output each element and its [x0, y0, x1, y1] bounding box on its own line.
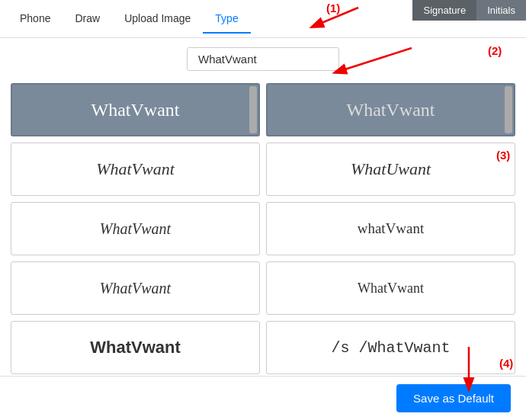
- signature-text-1: WhatVwant: [91, 100, 180, 120]
- signature-button[interactable]: Signature: [412, 0, 476, 21]
- top-right-button-group: Signature Initials: [412, 0, 526, 21]
- tab-draw[interactable]: Draw: [63, 5, 112, 34]
- initials-button[interactable]: Initials: [476, 0, 526, 21]
- signature-grid: WhatVwant WhatVwant WhatVwant WhatUwant …: [0, 80, 526, 376]
- signature-text-6: whatVwant: [358, 220, 425, 237]
- signature-option-7[interactable]: WhatVwant: [11, 261, 260, 315]
- signature-text-2: WhatVwant: [347, 100, 435, 120]
- signature-option-1[interactable]: WhatVwant: [11, 83, 260, 136]
- save-default-button[interactable]: Save as Default: [396, 384, 511, 412]
- main-container: Signature Initials Phone Draw Upload Ima…: [0, 0, 526, 420]
- signature-text-9: WhatVwant: [90, 338, 181, 357]
- signature-text-4: WhatUwant: [351, 159, 431, 179]
- name-input-row: [0, 38, 526, 80]
- signature-option-8[interactable]: WhatVwant: [266, 261, 515, 315]
- signature-text-7: WhatVwant: [100, 280, 171, 297]
- signature-option-9[interactable]: WhatVwant: [11, 321, 260, 374]
- signature-option-10[interactable]: /s /WhatVwant: [266, 321, 515, 374]
- signature-option-3[interactable]: WhatVwant: [11, 143, 260, 196]
- signature-text-3: WhatVwant: [96, 159, 175, 179]
- signature-option-2[interactable]: WhatVwant: [266, 83, 515, 136]
- signature-option-4[interactable]: WhatUwant: [266, 143, 515, 196]
- signature-option-5[interactable]: WhatVwant: [11, 202, 260, 255]
- name-input[interactable]: [187, 47, 339, 71]
- tab-upload-image[interactable]: Upload Image: [112, 5, 203, 34]
- tab-phone[interactable]: Phone: [8, 5, 63, 34]
- signature-option-6[interactable]: whatVwant: [266, 202, 515, 255]
- tab-type[interactable]: Type: [203, 5, 250, 34]
- signature-text-5: WhatVwant: [100, 220, 171, 238]
- signature-text-8: WhatVwant: [358, 281, 424, 297]
- signature-text-10: /s /WhatVwant: [331, 339, 450, 357]
- bottom-bar: Save as Default: [0, 376, 526, 420]
